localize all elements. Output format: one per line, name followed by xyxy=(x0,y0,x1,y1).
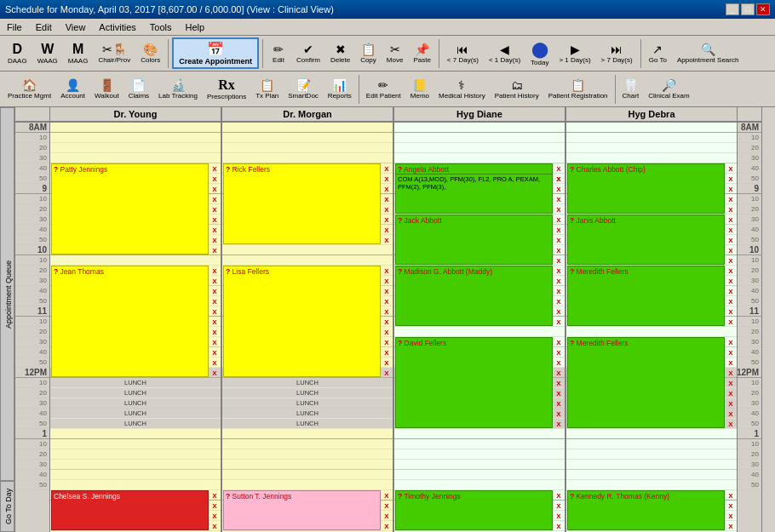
slot-col-morgan-33[interactable] xyxy=(222,460,393,470)
maag-btn[interactable]: M MAAG xyxy=(64,39,93,67)
edit-btn[interactable]: ✏ Edit xyxy=(267,40,290,66)
slot-col-debra-1[interactable] xyxy=(566,133,737,143)
slot-col-morgan-13[interactable] xyxy=(222,255,393,266)
reports-btn[interactable]: 📊 Reports xyxy=(324,76,356,102)
next1-btn[interactable]: ▶ > 1 Day(s) xyxy=(554,40,594,66)
slot-col-debra-3[interactable] xyxy=(566,153,737,163)
edit-patient-btn[interactable]: ✏ Edit Patient xyxy=(362,76,405,102)
maximize-btn[interactable]: □ xyxy=(741,3,755,15)
patient-history-btn[interactable]: 🗂 Patient History xyxy=(491,76,543,102)
slot-col-morgan-32[interactable] xyxy=(222,449,393,460)
menu-view[interactable]: View xyxy=(62,20,89,34)
prescriptions-btn[interactable]: Rx Prescriptions xyxy=(203,75,250,103)
slot-col-morgan-27[interactable]: LUNCH xyxy=(222,398,393,409)
slot-col-morgan-28[interactable]: LUNCH xyxy=(222,409,393,419)
provider-col-diane[interactable]: LUNCHLUNCHLUNCHLUNCHLUNCHLUNCH? Angela A… xyxy=(393,123,565,532)
appt-lisa-fellers[interactable]: ? Lisa Fellers xyxy=(223,266,381,377)
prev1-btn[interactable]: ◀ < 1 Day(s) xyxy=(485,40,525,66)
provider-col-young[interactable]: LUNCHLUNCHLUNCHLUNCHLUNCHLUNCH? Patty Je… xyxy=(49,123,221,532)
medical-history-btn[interactable]: ⚕ Medical History xyxy=(434,76,490,102)
walkout-btn[interactable]: 🚪 Walkout xyxy=(90,76,123,102)
slot-col-young-34[interactable] xyxy=(50,470,221,480)
slot-col-morgan-31[interactable] xyxy=(222,439,393,449)
slot-col-young-1[interactable] xyxy=(50,133,221,143)
slot-col-young-3[interactable] xyxy=(50,153,221,163)
slot-col-diane-30[interactable] xyxy=(394,429,565,439)
move-btn[interactable]: ✂ Move xyxy=(382,40,408,66)
slot-col-morgan-3[interactable] xyxy=(222,153,393,163)
prev7-btn[interactable]: ⏮ < 7 Day(s) xyxy=(443,40,483,66)
slot-col-diane-34[interactable] xyxy=(394,470,565,480)
slot-col-young-33[interactable] xyxy=(50,460,221,470)
chairprov-btn[interactable]: ✂🪑 Chair/Prov xyxy=(94,40,135,66)
slot-col-diane-2[interactable] xyxy=(394,143,565,153)
appt-chelsea-s.-jennings[interactable]: Chelsea S. Jennings xyxy=(51,490,209,530)
slot-col-morgan-35[interactable] xyxy=(222,480,393,490)
goto-btn[interactable]: ↗ Go To xyxy=(645,40,671,66)
appt-kennedy-r.-thomas-(k[interactable]: ? Kennedy R. Thomas (Kenny) xyxy=(567,490,725,530)
clinical-exam-btn[interactable]: 🔎 Clinical Exam xyxy=(644,76,693,102)
slot-col-diane-33[interactable] xyxy=(394,460,565,470)
slot-col-debra-32[interactable] xyxy=(566,449,737,460)
confirm-btn[interactable]: ✔ Confirm xyxy=(292,40,324,66)
slot-col-diane-32[interactable] xyxy=(394,449,565,460)
appt-charles-abbott-(chip[interactable]: ? Charles Abbott (Chip) xyxy=(567,163,725,214)
practice-mgmt-btn[interactable]: 🏠 Practice Mgmt xyxy=(3,76,55,102)
appt-meredith-fellers[interactable]: ? Meredith Fellers xyxy=(567,337,725,428)
slot-col-morgan-2[interactable] xyxy=(222,143,393,153)
appt-jean-thomas[interactable]: ? Jean Thomas xyxy=(51,266,209,377)
slot-col-debra-35[interactable] xyxy=(566,480,737,490)
slot-col-diane-3[interactable] xyxy=(394,153,565,163)
slot-col-diane-31[interactable] xyxy=(394,439,565,449)
slot-col-young-27[interactable]: LUNCH xyxy=(50,398,221,409)
appt-com-a(13,mod),-pfm(3[interactable]: COM A(13,MOD), PFM(30), FL2, PRO A, PEXA… xyxy=(395,174,553,214)
slot-col-young-26[interactable]: LUNCH xyxy=(50,388,221,398)
slot-col-diane-20[interactable] xyxy=(394,327,565,337)
waag-btn[interactable]: W WAAG xyxy=(33,39,62,67)
slot-col-morgan-34[interactable] xyxy=(222,470,393,480)
slot-col-debra-33[interactable] xyxy=(566,460,737,470)
account-btn[interactable]: 👤 Account xyxy=(56,76,89,102)
slot-col-young-28[interactable]: LUNCH xyxy=(50,409,221,419)
appt-david-fellers[interactable]: ? David Fellers xyxy=(395,337,553,428)
slot-col-debra-34[interactable] xyxy=(566,470,737,480)
close-btn[interactable]: ✕ xyxy=(756,3,770,15)
slot-col-debra-0[interactable] xyxy=(566,123,737,133)
appt-timothy-jennings[interactable]: ? Timothy Jennings xyxy=(395,490,553,530)
appt-jack-abbott[interactable]: ? Jack Abbott xyxy=(395,215,553,265)
menu-help[interactable]: Help xyxy=(181,20,208,34)
slot-col-young-32[interactable] xyxy=(50,449,221,460)
appt-janis-abbott[interactable]: ? Janis Abbott xyxy=(567,215,725,265)
slot-col-diane-1[interactable] xyxy=(394,133,565,143)
copy-btn[interactable]: 📋 Copy xyxy=(356,40,381,66)
go-to-day-tab[interactable]: Go To Day xyxy=(0,481,14,532)
menu-edit[interactable]: Edit xyxy=(32,20,55,34)
slot-col-debra-20[interactable] xyxy=(566,327,737,337)
slot-col-morgan-30[interactable] xyxy=(222,429,393,439)
slot-col-young-13[interactable] xyxy=(50,255,221,266)
menu-tools[interactable]: Tools xyxy=(146,20,175,34)
appt-madison-g.-abbott-(m[interactable]: ? Madison G. Abbott (Maddy) xyxy=(395,266,553,326)
colors-btn[interactable]: 🎨 Colors xyxy=(136,40,164,66)
memo-btn[interactable]: 📒 Memo xyxy=(406,76,433,102)
slot-col-morgan-0[interactable] xyxy=(222,123,393,133)
provider-col-debra[interactable]: LUNCHLUNCHLUNCHLUNCHLUNCHLUNCH? Charles … xyxy=(565,123,738,532)
paste-btn[interactable]: 📌 Paste xyxy=(409,40,434,66)
appt-sutton-t.-jennings[interactable]: ? Sutton T. Jennings xyxy=(223,490,381,530)
provider-col-morgan[interactable]: LUNCHLUNCHLUNCHLUNCHLUNCHLUNCH? Rick Fel… xyxy=(221,123,393,532)
today-btn[interactable]: ⬤ Today xyxy=(526,37,553,69)
slot-col-diane-0[interactable] xyxy=(394,123,565,133)
slot-col-young-31[interactable] xyxy=(50,439,221,449)
slot-col-morgan-29[interactable]: LUNCH xyxy=(222,419,393,429)
tx-plan-btn[interactable]: 📋 Tx Plan xyxy=(251,76,283,102)
slot-col-debra-30[interactable] xyxy=(566,429,737,439)
appt-search-btn[interactable]: 🔍 Appointment Search xyxy=(673,40,743,66)
create-appt-btn[interactable]: 📅 Create Appointment xyxy=(172,37,259,69)
menu-file[interactable]: File xyxy=(3,20,26,34)
slot-col-young-29[interactable]: LUNCH xyxy=(50,419,221,429)
slot-col-morgan-12[interactable] xyxy=(222,245,393,255)
patient-reg-btn[interactable]: 📋 Patient Registration xyxy=(544,76,612,102)
scrollbar-track[interactable] xyxy=(761,107,775,532)
appt-queue-tab[interactable]: Appointment Queue xyxy=(0,107,14,481)
slot-col-young-35[interactable] xyxy=(50,480,221,490)
